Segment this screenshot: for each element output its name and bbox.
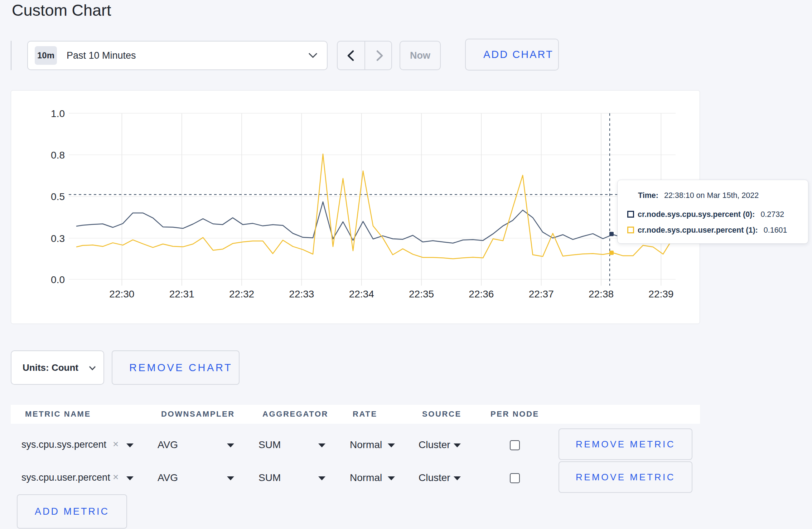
- svg-text:22:39: 22:39: [648, 288, 673, 300]
- svg-text:0.0: 0.0: [51, 274, 65, 285]
- svg-text:22:37: 22:37: [529, 288, 554, 300]
- svg-text:0.5: 0.5: [51, 191, 65, 202]
- svg-text:1.0: 1.0: [51, 108, 65, 119]
- svg-text:22:32: 22:32: [229, 288, 254, 300]
- svg-text:22:34: 22:34: [349, 288, 374, 300]
- svg-text:22:38: 22:38: [589, 288, 614, 300]
- svg-text:22:35: 22:35: [409, 288, 434, 300]
- svg-text:22:36: 22:36: [469, 288, 494, 300]
- svg-text:0.3: 0.3: [51, 233, 65, 244]
- svg-text:22:30: 22:30: [109, 288, 134, 300]
- svg-text:22:33: 22:33: [289, 288, 314, 300]
- svg-text:0.8: 0.8: [51, 150, 65, 161]
- svg-text:22:31: 22:31: [169, 288, 194, 300]
